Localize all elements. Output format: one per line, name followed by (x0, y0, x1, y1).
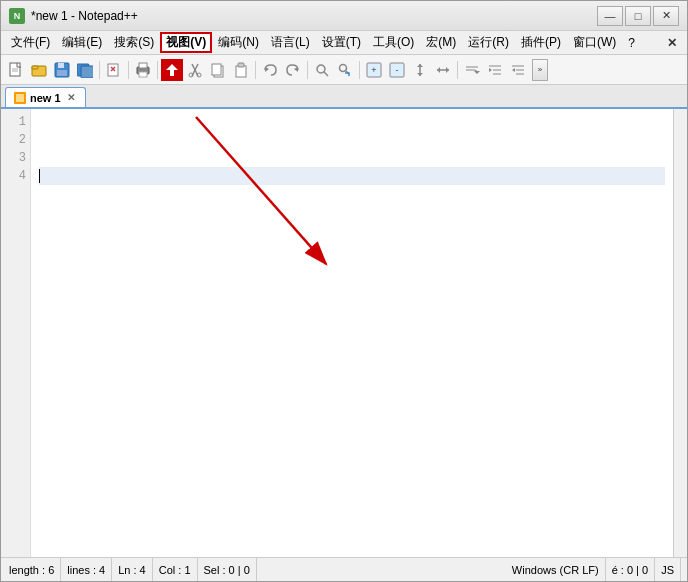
menu-window[interactable]: 窗口(W) (567, 32, 622, 53)
toolbar-open[interactable] (28, 59, 50, 81)
toolbar-more[interactable]: » (532, 59, 548, 81)
toolbar-sep-1 (99, 61, 100, 79)
editor-content[interactable] (31, 109, 673, 557)
toolbar-find[interactable] (311, 59, 333, 81)
status-length: length : 6 (7, 558, 61, 581)
status-ln: Ln : 4 (112, 558, 153, 581)
svg-marker-16 (166, 64, 178, 76)
status-sel: Sel : 0 | 0 (198, 558, 257, 581)
svg-marker-40 (446, 67, 449, 73)
status-col: Col : 1 (153, 558, 198, 581)
toolbar-redo[interactable] (282, 59, 304, 81)
svg-rect-9 (81, 66, 93, 78)
text-cursor (39, 169, 40, 183)
svg-point-27 (317, 65, 325, 73)
menu-file[interactable]: 文件(F) (5, 32, 56, 53)
toolbar-zoom-out[interactable]: - (386, 59, 408, 81)
toolbar-sync-h[interactable] (432, 59, 454, 81)
svg-marker-25 (265, 67, 269, 72)
svg-marker-26 (294, 67, 298, 72)
toolbar-undo[interactable] (259, 59, 281, 81)
svg-marker-39 (437, 67, 440, 73)
editor-line-2 (39, 131, 665, 149)
editor-area[interactable]: 1 2 3 4 (1, 109, 687, 557)
status-encoding: Windows (CR LF) (506, 558, 606, 581)
line-num-3: 3 (19, 149, 26, 167)
toolbar-close[interactable] (103, 59, 125, 81)
svg-point-29 (340, 64, 347, 71)
toolbar: + - » (1, 55, 687, 85)
toolbar-indent[interactable] (484, 59, 506, 81)
editor-line-1 (39, 113, 665, 131)
toolbar-replace[interactable] (334, 59, 356, 81)
svg-rect-52 (16, 94, 24, 102)
svg-rect-4 (32, 66, 38, 69)
tab-bar: new 1 ✕ (1, 85, 687, 109)
svg-rect-15 (139, 72, 147, 77)
window-controls: — □ ✕ (597, 6, 679, 26)
menu-bar: 文件(F) 编辑(E) 搜索(S) 视图(V) 编码(N) 语言(L) 设置(T… (1, 31, 687, 55)
menu-view[interactable]: 视图(V) (160, 32, 212, 53)
svg-marker-46 (489, 68, 492, 72)
svg-marker-37 (417, 73, 423, 76)
menu-search[interactable]: 搜索(S) (108, 32, 160, 53)
svg-rect-14 (139, 63, 147, 68)
tab-label: new 1 (30, 92, 61, 104)
svg-text:+: + (371, 65, 376, 75)
menu-plugins[interactable]: 插件(P) (515, 32, 567, 53)
editor-line-3 (39, 149, 665, 167)
toolbar-sep-6 (359, 61, 360, 79)
menu-help[interactable]: ? (622, 34, 641, 52)
menu-macro[interactable]: 宏(M) (420, 32, 462, 53)
line-num-4: 4 (19, 167, 26, 185)
menu-tools[interactable]: 工具(O) (367, 32, 420, 53)
svg-rect-23 (236, 66, 246, 77)
toolbar-sep-3 (157, 61, 158, 79)
svg-marker-36 (417, 64, 423, 67)
svg-rect-22 (212, 64, 221, 75)
menu-edit[interactable]: 编辑(E) (56, 32, 108, 53)
toolbar-outdent[interactable] (507, 59, 529, 81)
status-ins: é : 0 | 0 (606, 558, 656, 581)
menu-encoding[interactable]: 编码(N) (212, 32, 265, 53)
minimize-button[interactable]: — (597, 6, 623, 26)
menu-language[interactable]: 语言(L) (265, 32, 316, 53)
toolbar-zoom-in[interactable]: + (363, 59, 385, 81)
toolbar-sep-5 (307, 61, 308, 79)
maximize-button[interactable]: □ (625, 6, 651, 26)
tab-new1[interactable]: new 1 ✕ (5, 87, 86, 107)
toolbar-arrow-highlight[interactable] (161, 59, 183, 81)
menu-close-x[interactable]: ✕ (661, 34, 683, 52)
status-lines: lines : 4 (61, 558, 112, 581)
line-numbers: 1 2 3 4 (1, 109, 31, 557)
scrollbar-vertical[interactable] (673, 109, 687, 557)
tab-icon (14, 92, 26, 104)
toolbar-save-all[interactable] (74, 59, 96, 81)
menu-run[interactable]: 运行(R) (462, 32, 515, 53)
main-window: N *new 1 - Notepad++ — □ ✕ 文件(F) 编辑(E) 搜… (0, 0, 688, 582)
svg-marker-50 (512, 68, 515, 72)
svg-text:-: - (396, 65, 399, 75)
close-button[interactable]: ✕ (653, 6, 679, 26)
toolbar-cut[interactable] (184, 59, 206, 81)
toolbar-wrap[interactable] (461, 59, 483, 81)
toolbar-copy[interactable] (207, 59, 229, 81)
title-bar: N *new 1 - Notepad++ — □ ✕ (1, 1, 687, 31)
toolbar-paste[interactable] (230, 59, 252, 81)
status-extra: JS (655, 558, 681, 581)
toolbar-sep-7 (457, 61, 458, 79)
menu-settings[interactable]: 设置(T) (316, 32, 367, 53)
svg-rect-6 (58, 63, 64, 68)
window-title: *new 1 - Notepad++ (31, 9, 597, 23)
status-bar: length : 6 lines : 4 Ln : 4 Col : 1 Sel … (1, 557, 687, 581)
svg-marker-42 (474, 71, 480, 74)
toolbar-sync-v[interactable] (409, 59, 431, 81)
app-icon: N (9, 8, 25, 24)
toolbar-save[interactable] (51, 59, 73, 81)
svg-rect-24 (238, 63, 244, 67)
svg-rect-7 (57, 70, 67, 76)
line-num-2: 2 (19, 131, 26, 149)
toolbar-print[interactable] (132, 59, 154, 81)
toolbar-new[interactable] (5, 59, 27, 81)
tab-close-btn[interactable]: ✕ (65, 92, 77, 104)
